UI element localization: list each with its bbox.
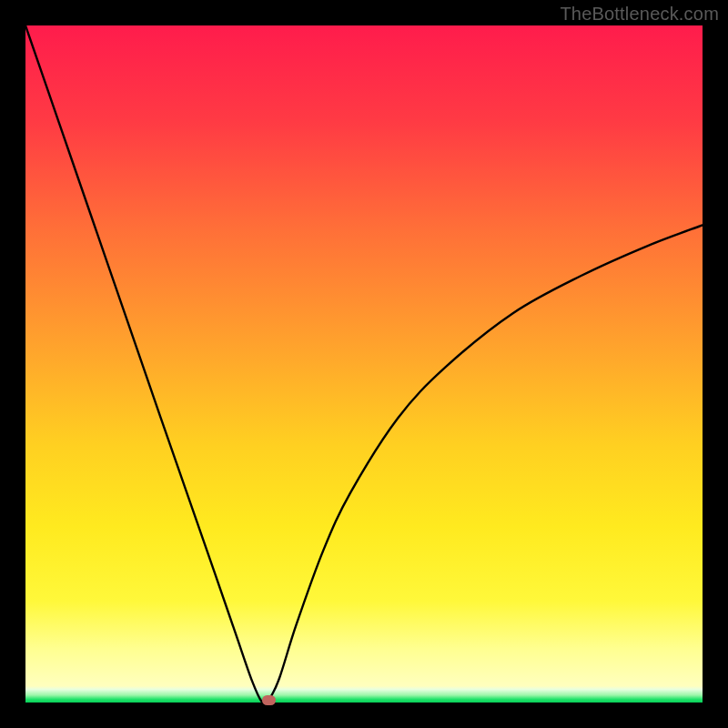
watermark-text: TheBottleneck.com (560, 4, 719, 25)
bottleneck-curve (25, 25, 703, 703)
chart-frame: TheBottleneck.com (0, 0, 728, 728)
optimal-marker (262, 695, 276, 705)
